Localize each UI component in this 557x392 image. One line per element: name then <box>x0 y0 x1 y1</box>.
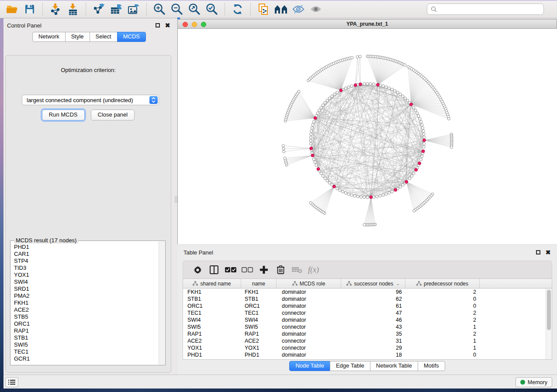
satellite-node[interactable] <box>282 144 284 147</box>
first-neighbors-button[interactable] <box>273 2 289 16</box>
dominator-node[interactable] <box>405 180 408 183</box>
ring-node[interactable] <box>350 85 353 87</box>
satellite-node[interactable] <box>298 90 300 93</box>
refresh-button[interactable] <box>230 2 246 16</box>
column-header-name[interactable]: name <box>241 279 277 288</box>
dominator-node[interactable] <box>394 189 397 192</box>
ring-node[interactable] <box>322 175 324 177</box>
mcds-result-item[interactable]: GCR1 <box>14 355 158 362</box>
dominator-node[interactable] <box>354 83 357 86</box>
ring-node[interactable] <box>344 87 347 89</box>
dominator-node[interactable] <box>376 83 379 86</box>
tab-mcds[interactable]: MCDS <box>117 32 146 42</box>
ring-node[interactable] <box>312 120 315 123</box>
ring-node[interactable] <box>421 124 423 126</box>
ring-node[interactable] <box>420 158 422 161</box>
ring-node[interactable] <box>328 182 331 184</box>
tab-network[interactable]: Network <box>32 32 66 42</box>
ring-node[interactable] <box>310 133 312 135</box>
mcds-result-item[interactable]: SWI5 <box>14 341 158 348</box>
delete-column-button[interactable] <box>272 263 289 276</box>
satellite-node[interactable] <box>309 202 312 204</box>
zoom-out-button[interactable] <box>169 2 185 16</box>
add-column-button[interactable] <box>256 263 272 276</box>
run-mcds-button[interactable]: Run MCDS <box>42 110 85 120</box>
column-header-shared-name[interactable]: shared name <box>183 279 241 288</box>
ring-node[interactable] <box>423 142 426 145</box>
ring-node[interactable] <box>311 127 313 129</box>
ring-node[interactable] <box>336 91 339 94</box>
ring-node[interactable] <box>408 177 411 180</box>
task-history-button[interactable] <box>5 377 18 387</box>
network-window-titlebar[interactable]: YPA_prune.txt_1 <box>178 19 557 29</box>
satellite-node[interactable] <box>447 117 450 120</box>
ring-node[interactable] <box>396 91 399 94</box>
dominator-node[interactable] <box>310 147 313 150</box>
satellite-node[interactable] <box>282 147 285 150</box>
close-mcds-panel-button[interactable]: Close panel <box>91 110 135 120</box>
export-network-button[interactable] <box>91 2 107 16</box>
ring-node[interactable] <box>422 127 424 129</box>
ring-node[interactable] <box>391 190 393 193</box>
ring-node[interactable] <box>331 95 333 97</box>
ring-node[interactable] <box>324 101 326 104</box>
float-panel-button[interactable] <box>155 23 160 28</box>
mcds-result-item[interactable]: CAR1 <box>14 251 158 258</box>
ring-node[interactable] <box>315 164 318 166</box>
ring-node[interactable] <box>404 97 407 100</box>
satellite-node[interactable] <box>356 55 359 58</box>
ring-node[interactable] <box>379 195 381 197</box>
ring-node[interactable] <box>366 196 369 199</box>
ring-node[interactable] <box>363 83 366 85</box>
ring-node[interactable] <box>344 192 347 194</box>
show-all-button[interactable] <box>308 2 324 16</box>
tab-edge-table[interactable]: Edge Table <box>330 361 370 371</box>
mcds-result-list[interactable]: PHD1CAR1STP4TID3YOX1SWI4SRD1PMA2FKH1ACE2… <box>11 243 158 364</box>
network-graph[interactable] <box>178 29 557 244</box>
ring-node[interactable] <box>318 109 321 112</box>
import-network-button[interactable] <box>48 2 63 16</box>
mcds-result-item[interactable]: STB1 <box>14 334 158 341</box>
mcds-result-item[interactable]: STP4 <box>14 258 158 265</box>
table-scrollbar[interactable] <box>546 289 552 359</box>
dominator-node[interactable] <box>418 162 421 165</box>
ring-node[interactable] <box>421 155 423 158</box>
close-table-panel-button[interactable]: ✖ <box>545 250 551 255</box>
ring-node[interactable] <box>422 130 425 132</box>
dominator-node[interactable] <box>423 139 426 142</box>
tab-select[interactable]: Select <box>90 32 118 42</box>
table-settings-button[interactable] <box>189 263 206 276</box>
mcds-result-item[interactable]: ACE2 <box>14 306 158 313</box>
close-panel-button[interactable]: ✖ <box>165 23 170 28</box>
hide-selected-button[interactable] <box>291 2 306 16</box>
ring-node[interactable] <box>324 177 326 180</box>
mcds-result-item[interactable]: ORC1 <box>14 320 158 327</box>
tab-style[interactable]: Style <box>65 32 90 42</box>
window-close-button[interactable] <box>183 22 188 27</box>
mcds-result-item[interactable]: STB5 <box>14 313 158 320</box>
ring-node[interactable] <box>414 109 417 112</box>
copy-network-button[interactable] <box>256 2 271 16</box>
mcds-result-item[interactable]: SRD1 <box>14 285 158 292</box>
ring-node[interactable] <box>363 196 366 199</box>
open-file-button[interactable] <box>4 2 20 16</box>
export-image-button[interactable] <box>126 2 142 16</box>
ring-node[interactable] <box>391 88 393 91</box>
ring-node[interactable] <box>333 93 336 96</box>
dominator-node[interactable] <box>410 103 413 106</box>
export-table-button[interactable] <box>108 2 124 16</box>
deselect-all-button[interactable] <box>239 263 256 276</box>
ring-node[interactable] <box>339 189 341 192</box>
ring-node[interactable] <box>366 83 369 85</box>
show-columns-button[interactable] <box>206 263 222 276</box>
ring-node[interactable] <box>422 146 425 148</box>
import-table-button[interactable] <box>65 2 81 16</box>
ring-node[interactable] <box>423 136 426 139</box>
window-minimize-button[interactable] <box>192 22 197 27</box>
mcds-result-scrollbar[interactable] <box>159 241 165 364</box>
table-row[interactable]: PHD1PHD1dominator180 <box>183 351 546 358</box>
ring-node[interactable] <box>309 139 312 142</box>
table-row[interactable]: ORC1ORC1dominator610 <box>183 303 546 309</box>
ring-node[interactable] <box>382 194 384 196</box>
table-row[interactable]: FKH1FKH1dominator962 <box>183 289 546 296</box>
